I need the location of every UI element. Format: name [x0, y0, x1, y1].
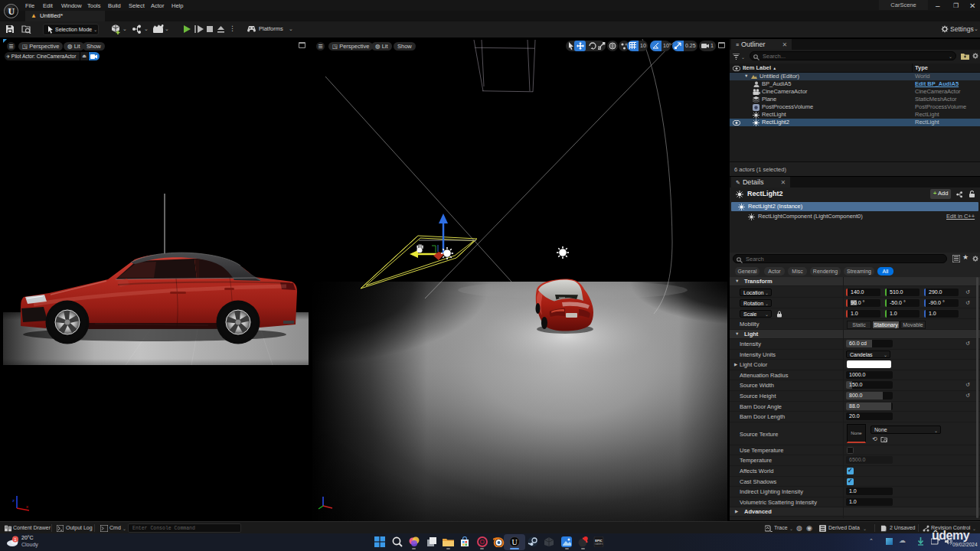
svg-text:U: U	[511, 538, 518, 546]
svg-text:x: x	[26, 504, 28, 509]
svg-text:EPIC: EPIC	[595, 539, 602, 543]
svg-text:z: z	[12, 498, 15, 503]
svg-text:GAMES: GAMES	[595, 543, 603, 546]
